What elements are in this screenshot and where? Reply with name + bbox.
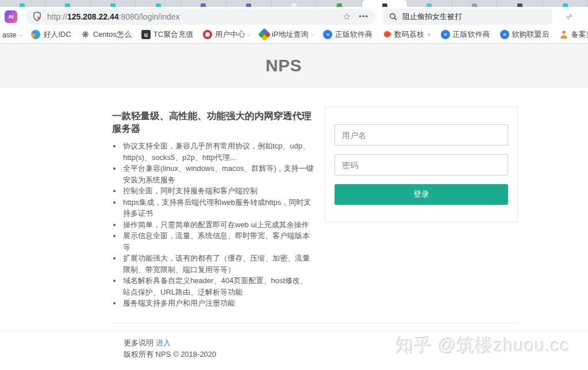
- copyright-text: 版权所有 NPS © 2018-2020: [124, 349, 216, 360]
- browser-tab[interactable]: [497, 0, 543, 7]
- page-title: NPS: [266, 56, 302, 75]
- url-scheme: http://: [47, 12, 67, 21]
- url-text[interactable]: http://125.208.22.44:8080/login/index: [47, 12, 179, 21]
- tab-favicon: [65, 3, 70, 7]
- features-column: 一款轻量级、高性能、功能强大的内网穿透代理服务器 协议支持全面，兼容几乎所有常用…: [112, 106, 314, 309]
- waves-bookmark-icon: ≈: [323, 30, 332, 39]
- bookmark-label: 数码荔枝: [394, 29, 424, 40]
- password-input[interactable]: [335, 154, 508, 176]
- bookmark-label: 好人IDC: [43, 29, 71, 40]
- browser-tab[interactable]: [136, 0, 181, 7]
- bookmark-item[interactable]: ≈正版软件商: [323, 29, 372, 40]
- bookmark-item[interactable]: 用户中心-: [203, 29, 250, 40]
- feature-item: https集成，支持将后端代理和web服务转成https，同时支持多证书: [122, 197, 314, 219]
- feature-item: 控制全面，同时支持服务端和客户端控制: [122, 185, 314, 197]
- nps-login-page: NPS 一款轻量级、高性能、功能强大的内网穿透代理服务器 协议支持全面，兼容几乎…: [0, 44, 588, 370]
- bookmark-suffix: ×: [427, 31, 431, 38]
- login-card: 登录: [325, 106, 518, 222]
- search-query[interactable]: 阻止偷拍女生被打: [402, 12, 462, 22]
- browser-tab[interactable]: [317, 0, 362, 7]
- bookmark-label: 用户中心: [215, 29, 245, 40]
- browser-toolbar: AI ✕ http://125.208.22.44:8080/login/ind…: [0, 7, 588, 26]
- bookmark-item[interactable]: ❋Centos怎么: [81, 29, 132, 40]
- person-bookmark-icon: [559, 30, 568, 39]
- feature-item: 服务端支持多用户和用户注册功能: [122, 297, 314, 309]
- browser-tab[interactable]: [452, 0, 498, 7]
- tab-favicon: [20, 3, 25, 7]
- bookmark-label: iP地址查询: [272, 29, 309, 40]
- bookmark-suffix: -: [311, 31, 313, 38]
- watermark-band-line: [0, 331, 588, 331]
- url-path: :8080/login/index: [119, 12, 180, 21]
- browser-tab[interactable]: [272, 0, 317, 7]
- bookmark-label: 正版软件商: [335, 29, 372, 40]
- bookmark-label: TC聚合充值: [153, 29, 193, 40]
- browser-tab[interactable]: [45, 0, 91, 7]
- bookmark-item[interactable]: iP地址查询-: [260, 29, 313, 40]
- feature-item: 协议支持全面，兼容几乎所有常用协议，例如tcp、udp、http(s)、sock…: [122, 140, 314, 163]
- browser-tab-strip: [0, 0, 588, 7]
- scissors-extension-icon[interactable]: ✂: [564, 10, 576, 23]
- bookmark-label: 正版软件商: [453, 29, 490, 40]
- features-headline: 一款轻量级、高性能、功能强大的内网穿透代理服务器: [112, 109, 314, 135]
- flower-bookmark-icon: ❋: [81, 30, 90, 39]
- square-bookmark-icon: u: [141, 30, 151, 39]
- bookmark-suffix: -: [248, 31, 250, 38]
- bookmark-label: 软购联盟后: [512, 29, 549, 40]
- browser-tab[interactable]: [226, 0, 272, 7]
- tab-favicon: [110, 3, 116, 7]
- tab-favicon: [472, 3, 477, 7]
- feature-item: 域名解析具备自定义header、404页面配置、host修改、站点保护、URL路…: [122, 275, 314, 297]
- feature-item: 扩展功能强大，该有的都有了（缓存、压缩、加密、流量限制、带宽限制、端口复用等等）: [122, 253, 314, 275]
- waves-bookmark-icon: ≈: [441, 30, 450, 39]
- pinwheel-bookmark-icon: [258, 28, 271, 41]
- url-host: 125.208.22.44: [67, 12, 119, 21]
- waves-bookmark-icon: ≈: [500, 30, 509, 39]
- page-header: NPS: [0, 44, 588, 87]
- feature-item: 操作简单，只需简单的配置即可在web ui上完成其余操作: [122, 219, 314, 231]
- bookmark-item[interactable]: ≈软购联盟后: [500, 29, 549, 40]
- bookmark-item[interactable]: 好人IDC: [31, 29, 71, 40]
- address-bar[interactable]: ✕ http://125.208.22.44:8080/login/index …: [26, 9, 375, 25]
- main-content: 一款轻量级、高性能、功能强大的内网穿透代理服务器 协议支持全面，兼容几乎所有常用…: [112, 106, 518, 309]
- browser-tab[interactable]: [91, 0, 136, 7]
- features-list: 协议支持全面，兼容几乎所有常用协议，例如tcp、udp、http(s)、sock…: [122, 140, 314, 309]
- search-box[interactable]: 阻止偷拍女生被打: [383, 9, 552, 25]
- tab-favicon: [517, 3, 522, 7]
- bookmark-item[interactable]: 数码荔枝×: [382, 29, 431, 40]
- login-button[interactable]: 登录: [335, 184, 508, 205]
- bookmark-label: Centos怎么: [93, 29, 132, 40]
- search-icon: [389, 13, 397, 21]
- ring-bookmark-icon: [203, 30, 212, 39]
- bookmark-item[interactable]: 备案查询: [559, 29, 588, 40]
- username-input[interactable]: [335, 124, 508, 146]
- bookmark-suffix: -: [20, 31, 22, 38]
- tab-favicon: [337, 3, 342, 7]
- bookmark-item[interactable]: ≈正版软件商: [441, 29, 490, 40]
- browser-tab[interactable]: [362, 0, 407, 7]
- feature-item: 全平台兼容(linux、windows、macos、群辉等)，支持一键安装为系统…: [122, 163, 314, 185]
- browser-tab[interactable]: [543, 0, 588, 7]
- browser-tab[interactable]: [407, 0, 452, 7]
- tab-favicon: [201, 3, 206, 7]
- tab-favicon: [291, 3, 297, 7]
- circle-bookmark-icon: [31, 30, 40, 39]
- bookmark-star-icon[interactable]: ☆: [343, 11, 351, 22]
- bookmarks-bar: aste-好人IDC❋Centos怎么uTC聚合充值用户中心-iP地址查询-≈正…: [0, 26, 588, 44]
- ai-extension-icon[interactable]: AI: [5, 10, 17, 23]
- watermark-text: 知乎 @筑楼zhuou.cc: [396, 334, 570, 358]
- svg-text:✕: ✕: [37, 15, 41, 21]
- tab-favicon: [382, 3, 387, 7]
- browser-tab[interactable]: [0, 0, 45, 7]
- bookmark-label: 备案查询: [571, 29, 588, 40]
- enter-link[interactable]: 进入: [156, 338, 171, 347]
- tab-favicon: [246, 3, 251, 7]
- browser-tab[interactable]: [181, 0, 226, 7]
- bookmark-item[interactable]: uTC聚合充值: [141, 29, 193, 40]
- footer-more-line: 更多说明 进入: [124, 337, 216, 349]
- bookmark-label: aste: [2, 30, 17, 39]
- tab-favicon: [426, 3, 432, 7]
- more-options-icon[interactable]: •••: [359, 12, 368, 21]
- bookmark-item[interactable]: aste-: [2, 30, 21, 39]
- tab-favicon: [156, 3, 161, 7]
